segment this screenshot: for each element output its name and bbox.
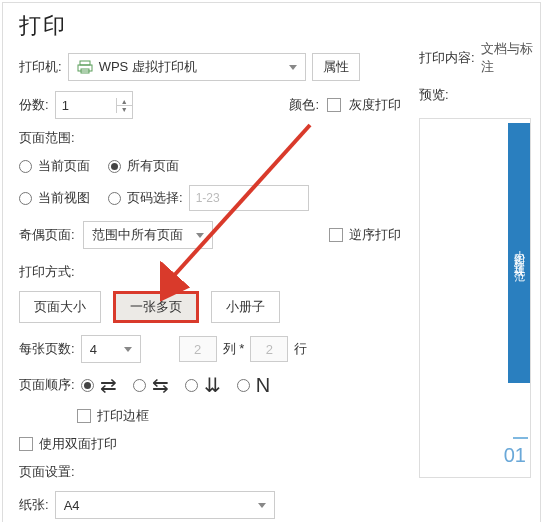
- order-label: 页面顺序:: [19, 376, 75, 394]
- preview-page-number: 01: [504, 444, 526, 467]
- radio-order-4[interactable]: [237, 379, 250, 392]
- paper-label: 纸张:: [19, 496, 49, 514]
- copies-input[interactable]: 1 ▲▼: [55, 91, 133, 119]
- per-page-select[interactable]: 4: [81, 335, 141, 363]
- dialog-title: 打印: [19, 11, 524, 41]
- printer-value: WPS 虚拟打印机: [99, 58, 197, 76]
- copies-value: 1: [56, 98, 116, 113]
- radio-order-1[interactable]: [81, 379, 94, 392]
- order-down-icon: ⇊: [204, 373, 221, 397]
- cols-label: 列 *: [223, 340, 245, 358]
- page-select-label: 页码选择:: [127, 189, 183, 207]
- duplex-checkbox[interactable]: [19, 437, 33, 451]
- cols-input[interactable]: 2: [179, 336, 217, 362]
- svg-rect-1: [78, 65, 92, 71]
- chevron-down-icon: [196, 233, 204, 238]
- radio-order-2[interactable]: [133, 379, 146, 392]
- preview-label: 预览:: [419, 86, 543, 104]
- chevron-down-icon: [258, 503, 266, 508]
- chevron-down-icon: [124, 347, 132, 352]
- rows-input[interactable]: 2: [250, 336, 288, 362]
- properties-button[interactable]: 属性: [312, 53, 360, 81]
- per-page-value: 4: [90, 342, 97, 357]
- grayscale-label: 灰度打印: [349, 96, 401, 114]
- printer-label: 打印机:: [19, 58, 62, 76]
- preview-pane: 小图标注规范 规范 01: [419, 118, 531, 478]
- radio-current-page[interactable]: [19, 160, 32, 173]
- tab-multi-page[interactable]: 一张多页: [113, 291, 199, 323]
- radio-order-3[interactable]: [185, 379, 198, 392]
- order-zag-icon: ⇆: [152, 373, 169, 397]
- duplex-label: 使用双面打印: [39, 435, 117, 453]
- svg-rect-0: [80, 61, 90, 65]
- spin-down-icon[interactable]: ▼: [117, 106, 132, 113]
- color-label: 颜色:: [289, 96, 319, 114]
- odd-even-value: 范围中所有页面: [92, 226, 183, 244]
- printer-icon: [77, 60, 93, 74]
- copies-label: 份数:: [19, 96, 49, 114]
- grayscale-checkbox[interactable]: [327, 98, 341, 112]
- paper-value: A4: [64, 498, 80, 513]
- odd-even-select[interactable]: 范围中所有页面: [83, 221, 213, 249]
- radio-all-pages[interactable]: [108, 160, 121, 173]
- paper-select[interactable]: A4: [55, 491, 275, 519]
- printer-select[interactable]: WPS 虚拟打印机: [68, 53, 306, 81]
- radio-page-select[interactable]: [108, 192, 121, 205]
- preview-sidebar-text: 小图标注规范: [508, 123, 530, 383]
- page-range-input[interactable]: 1-23: [189, 185, 309, 211]
- preview-tag: 规范: [513, 437, 528, 439]
- content-label: 打印内容:: [419, 49, 475, 67]
- rows-label: 行: [294, 340, 307, 358]
- tab-booklet[interactable]: 小册子: [211, 291, 280, 323]
- reverse-checkbox[interactable]: [329, 228, 343, 242]
- reverse-label: 逆序打印: [349, 226, 401, 244]
- odd-even-label: 奇偶页面:: [19, 226, 75, 244]
- tab-page-size[interactable]: 页面大小: [19, 291, 101, 323]
- border-checkbox[interactable]: [77, 409, 91, 423]
- current-page-label: 当前页面: [38, 157, 90, 175]
- all-pages-label: 所有页面: [127, 157, 179, 175]
- order-n-icon: N: [256, 374, 270, 397]
- content-value: 文档与标注: [481, 40, 543, 76]
- per-page-label: 每张页数:: [19, 340, 75, 358]
- spin-up-icon[interactable]: ▲: [117, 98, 132, 106]
- radio-current-view[interactable]: [19, 192, 32, 205]
- current-view-label: 当前视图: [38, 189, 90, 207]
- chevron-down-icon: [289, 65, 297, 70]
- border-label: 打印边框: [97, 407, 149, 425]
- order-zig-icon: ⇄: [100, 373, 117, 397]
